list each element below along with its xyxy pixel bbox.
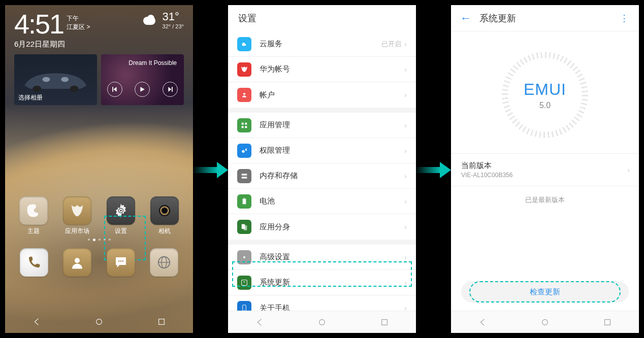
chevron-right-icon: › <box>627 166 630 174</box>
svg-rect-21 <box>192 167 218 173</box>
music-widget[interactable]: Dream It Possible <box>101 54 184 105</box>
flow-arrow-2 <box>415 160 451 180</box>
chevron-right-icon: › <box>404 40 407 48</box>
svg-rect-30 <box>243 198 246 204</box>
settings-row-label: 华为帐号 <box>260 64 404 74</box>
settings-list[interactable]: 云服务已开启›华为帐号›帐户›应用管理›权限管理›内存和存储›电池›应用分身›高… <box>228 31 416 333</box>
svg-point-2 <box>43 77 50 82</box>
clock-time: 4:51 <box>14 10 63 38</box>
settings-row-perm[interactable]: 权限管理› <box>228 138 416 163</box>
settings-header: 设置 <box>228 5 416 31</box>
current-version-row[interactable]: 当前版本 VIE-AL10C00B356 › <box>451 153 639 186</box>
nav-back-icon[interactable] <box>32 317 41 326</box>
settings-row-clone[interactable]: 应用分身› <box>228 214 416 240</box>
nav-back-icon[interactable] <box>478 318 487 327</box>
weather-widget[interactable]: 31° 32° / 23° <box>141 10 184 29</box>
settings-row-label: 应用分身 <box>260 222 404 232</box>
chevron-right-icon: › <box>404 172 407 180</box>
flow-arrow-1 <box>192 160 228 180</box>
svg-rect-5 <box>172 87 173 92</box>
settings-row-label: 应用管理 <box>260 120 404 130</box>
market-icon <box>63 196 91 225</box>
phone-settings-screen: 设置 云服务已开启›华为帐号›帐户›应用管理›权限管理›内存和存储›电池›应用分… <box>228 5 416 333</box>
app-market[interactable]: 应用市场 <box>58 196 96 235</box>
svg-rect-39 <box>382 319 388 325</box>
latest-version-msg: 已是最新版本 <box>451 195 639 205</box>
settings-row-apps[interactable]: 应用管理› <box>228 113 416 138</box>
home-top-row: 4:51 下午 江夏区 > 31° 32° / 23° <box>5 5 193 40</box>
settings-row-cloud[interactable]: 云服务已开启› <box>228 31 416 57</box>
svg-rect-4 <box>112 87 113 92</box>
svg-point-14 <box>120 260 122 262</box>
settings-row-update[interactable]: 系统更新› <box>228 270 416 295</box>
nav-home-icon[interactable] <box>540 318 550 327</box>
app-label: 相机 <box>158 227 171 235</box>
current-version-label: 当前版本 <box>461 161 629 171</box>
svg-rect-23 <box>242 122 244 124</box>
update-header: ← 系统更新 ⋮ <box>451 5 639 31</box>
current-version-value: VIE-AL10C00B356 <box>461 172 629 179</box>
svg-rect-25 <box>242 126 244 128</box>
emui-label: EMUI <box>524 80 566 99</box>
apps-icon <box>237 118 251 132</box>
cloud-icon <box>141 14 158 26</box>
app-icon-grid: 主题 应用市场 设置 相机 <box>5 196 193 235</box>
dock-messages[interactable] <box>107 248 135 277</box>
perm-icon <box>237 144 251 158</box>
menu-button[interactable]: ⋮ <box>620 13 630 24</box>
settings-row-account[interactable]: 帐户› <box>228 82 416 108</box>
svg-point-34 <box>243 256 245 258</box>
settings-row-label: 系统更新 <box>260 278 404 287</box>
app-label: 应用市场 <box>65 227 89 235</box>
settings-row-storage[interactable]: 内存和存储› <box>228 163 416 189</box>
svg-rect-31 <box>244 198 245 198</box>
nav-recent-icon[interactable] <box>380 318 389 327</box>
svg-point-12 <box>75 258 80 263</box>
settings-row-label: 权限管理 <box>260 146 404 155</box>
music-play-button[interactable] <box>135 82 150 97</box>
app-settings[interactable]: 设置 <box>102 196 140 235</box>
svg-rect-28 <box>242 174 247 175</box>
svg-point-41 <box>542 319 548 325</box>
clock-location: 江夏区 > <box>67 23 90 31</box>
settings-row-huawei[interactable]: 华为帐号› <box>228 57 416 82</box>
svg-point-3 <box>61 77 69 82</box>
settings-row-label: 内存和存储 <box>260 171 404 181</box>
dock-browser[interactable] <box>150 248 178 277</box>
app-theme[interactable]: 主题 <box>14 196 53 235</box>
nav-home-icon[interactable] <box>317 318 327 327</box>
app-label: 主题 <box>27 227 40 235</box>
settings-row-value: 已开启 <box>381 40 401 49</box>
settings-row-advanced[interactable]: 高级设置› <box>228 245 416 270</box>
chevron-right-icon: › <box>404 121 407 129</box>
svg-point-13 <box>118 260 120 262</box>
music-prev-button[interactable] <box>107 82 122 97</box>
clone-icon <box>237 220 251 234</box>
gallery-widget[interactable]: 选择相册 <box>14 54 97 105</box>
back-button[interactable]: ← <box>460 12 471 25</box>
app-label: 设置 <box>115 227 127 235</box>
nav-back-icon[interactable] <box>255 318 264 327</box>
clock-widget[interactable]: 4:51 下午 江夏区 > <box>14 10 90 38</box>
settings-row-battery[interactable]: 电池› <box>228 189 416 214</box>
nav-bar <box>451 311 639 333</box>
svg-rect-33 <box>244 225 247 230</box>
storage-icon <box>237 169 251 183</box>
temperature: 31° <box>163 10 184 23</box>
chevron-right-icon: › <box>404 91 407 99</box>
music-next-button[interactable] <box>163 82 178 97</box>
update-icon <box>237 276 251 290</box>
nav-recent-icon[interactable] <box>157 317 166 326</box>
svg-rect-40 <box>415 167 441 173</box>
svg-rect-29 <box>242 177 247 178</box>
account-icon <box>237 88 251 102</box>
huawei-icon <box>237 62 251 77</box>
nav-home-icon[interactable] <box>94 317 104 326</box>
dock-phone[interactable] <box>20 248 48 277</box>
nav-recent-icon[interactable] <box>603 318 612 327</box>
dock-contacts[interactable] <box>63 248 91 277</box>
app-camera[interactable]: 相机 <box>145 196 184 235</box>
svg-point-22 <box>243 93 245 95</box>
check-update-button[interactable]: 检查更新 <box>461 281 629 302</box>
emui-version: 5.0 <box>539 101 551 110</box>
